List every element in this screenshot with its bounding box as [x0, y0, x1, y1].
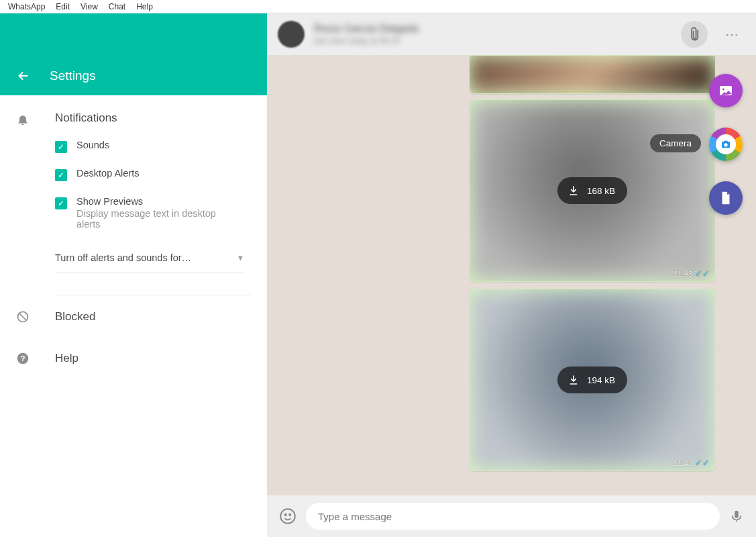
svg-point-7: [285, 514, 286, 516]
contact-name: Rocio Garcia Delgado: [314, 23, 419, 35]
emoji-button[interactable]: [279, 507, 296, 525]
show-previews-checkbox[interactable]: ✓: [55, 197, 67, 209]
blocked-label: Blocked: [55, 310, 95, 324]
chat-header: Rocio Garcia Delgado last seen today at …: [267, 13, 756, 55]
help-label: Help: [55, 352, 78, 365]
mic-icon: [729, 509, 744, 524]
read-ticks-icon: ✓✓: [695, 268, 710, 279]
settings-header: Settings: [0, 13, 267, 95]
attach-camera-button[interactable]: [709, 128, 743, 161]
message-bubble[interactable]: 168 kB 11:43✓✓: [469, 99, 716, 282]
contact-status: last seen today at 08:19: [314, 36, 419, 46]
svg-rect-9: [735, 511, 739, 518]
more-button[interactable]: ⋯: [720, 26, 745, 42]
desktop-alerts-label: Desktop Alerts: [76, 168, 140, 179]
sounds-row[interactable]: ✓ Sounds: [55, 140, 251, 153]
attach-document-button[interactable]: [709, 181, 743, 215]
blocked-icon: [16, 310, 55, 324]
bell-icon: [16, 113, 55, 126]
help-icon: ?: [16, 352, 55, 365]
turnoff-label: Turn off alerts and sounds for…: [55, 252, 191, 263]
notifications-section: Notifications ✓ Sounds ✓ Desktop Alerts …: [0, 111, 267, 273]
sounds-label: Sounds: [76, 140, 109, 150]
menu-bar[interactable]: WhatsApp Edit View Chat Help: [0, 0, 756, 13]
message-time: 11:43✓✓: [673, 458, 710, 468]
input-bar: [267, 495, 756, 537]
svg-text:?: ?: [20, 354, 25, 362]
desktop-alerts-checkbox[interactable]: ✓: [55, 169, 67, 181]
menu-whatsapp[interactable]: WhatsApp: [3, 2, 50, 11]
message-bubble[interactable]: 194 kB 11:43✓✓: [469, 289, 716, 471]
settings-title: Settings: [50, 68, 96, 83]
sounds-checkbox[interactable]: ✓: [55, 141, 67, 153]
more-icon: ⋯: [725, 27, 740, 42]
svg-point-5: [724, 143, 727, 146]
notifications-title: Notifications: [55, 111, 251, 125]
message-input[interactable]: [306, 503, 720, 530]
menu-chat[interactable]: Chat: [103, 2, 131, 11]
file-size: 168 kB: [587, 186, 615, 196]
attach-button[interactable]: [676, 15, 714, 54]
help-row[interactable]: ? Help: [0, 337, 267, 379]
read-ticks-icon: ✓✓: [695, 458, 710, 468]
camera-tooltip: Camera: [650, 134, 701, 152]
download-icon: [567, 373, 580, 387]
blocked-row[interactable]: Blocked: [0, 295, 267, 337]
contact-avatar[interactable]: [278, 21, 305, 48]
chat-area[interactable]: 168 kB 11:43✓✓ 194 kB 11:43: [267, 55, 756, 495]
menu-help[interactable]: Help: [131, 2, 158, 11]
show-previews-label: Show Previews: [76, 196, 237, 207]
emoji-icon: [279, 507, 296, 525]
menu-edit[interactable]: Edit: [50, 2, 75, 11]
document-icon: [718, 191, 733, 205]
menu-view[interactable]: View: [75, 2, 103, 11]
show-previews-row[interactable]: ✓ Show Previews Display message text in …: [55, 196, 251, 230]
download-icon: [567, 184, 580, 197]
svg-point-6: [280, 509, 295, 524]
message-bubble[interactable]: [469, 55, 716, 94]
back-button[interactable]: [16, 68, 31, 83]
turnoff-dropdown[interactable]: Turn off alerts and sounds for… ▼: [55, 244, 244, 273]
message-time: 11:43✓✓: [673, 268, 710, 279]
contact-info[interactable]: Rocio Garcia Delgado last seen today at …: [314, 23, 419, 46]
camera-icon: [720, 138, 732, 150]
image-icon: [718, 83, 734, 99]
chat-panel: Rocio Garcia Delgado last seen today at …: [267, 13, 756, 537]
file-size: 194 kB: [587, 375, 615, 385]
svg-point-4: [722, 89, 724, 91]
show-previews-sub: Display message text in desktop alerts: [76, 208, 237, 230]
settings-panel: Settings Notifications ✓ Sounds ✓: [0, 13, 267, 537]
attach-gallery-button[interactable]: [709, 74, 743, 107]
mic-button[interactable]: [729, 509, 744, 524]
svg-point-8: [289, 514, 290, 516]
download-button[interactable]: 168 kB: [557, 177, 627, 204]
download-button[interactable]: 194 kB: [557, 367, 627, 393]
desktop-alerts-row[interactable]: ✓ Desktop Alerts: [55, 168, 251, 181]
paperclip-icon: [684, 23, 704, 44]
chevron-down-icon: ▼: [237, 254, 244, 262]
